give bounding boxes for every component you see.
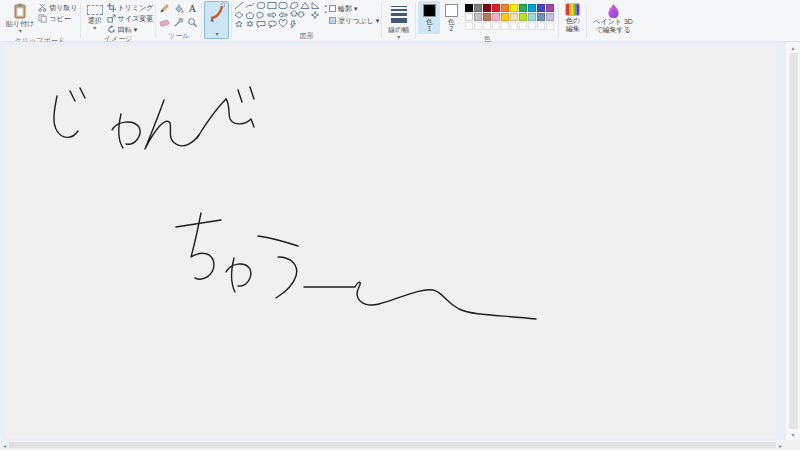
- color2-button[interactable]: 色 2: [440, 1, 462, 34]
- edit-colors-label-line2: 編集: [566, 25, 580, 32]
- scroll-up-icon[interactable]: ▴: [791, 44, 794, 51]
- scroll-down-icon[interactable]: ▾: [791, 431, 794, 438]
- palette-swatch-empty[interactable]: [474, 22, 482, 30]
- chevron-down-icon: ▾: [376, 17, 380, 25]
- palette-swatch[interactable]: [510, 4, 518, 12]
- palette-swatch-empty[interactable]: [492, 22, 500, 30]
- shapes-scroll[interactable]: ▴ ▾: [324, 1, 327, 16]
- resize-icon: [107, 14, 116, 23]
- crop-label: トリミング: [118, 3, 154, 13]
- palette-swatch[interactable]: [483, 13, 491, 21]
- color1-label-line1: 色: [426, 18, 433, 25]
- handwriting-stroke: [70, 91, 75, 101]
- palette-swatch[interactable]: [465, 4, 473, 12]
- palette-swatch[interactable]: [474, 4, 482, 12]
- text-tool-button[interactable]: A: [186, 2, 199, 15]
- group-tools: A: [156, 0, 201, 41]
- vertical-scroll-thumb[interactable]: [789, 53, 798, 429]
- handwriting-stroke: [80, 88, 85, 98]
- handwriting-stroke: [119, 114, 123, 148]
- eraser-icon: [159, 17, 170, 28]
- horizontal-scroll-thumb[interactable]: [9, 442, 776, 448]
- palette-swatch[interactable]: [483, 4, 491, 12]
- palette-swatch[interactable]: [546, 4, 554, 12]
- palette-swatch[interactable]: [528, 13, 536, 21]
- palette-swatch-empty[interactable]: [501, 22, 509, 30]
- scroll-left-icon[interactable]: ◂: [3, 442, 6, 449]
- chevron-down-icon: ▾: [215, 32, 218, 37]
- palette-swatch-empty[interactable]: [537, 22, 545, 30]
- eraser-tool-button[interactable]: [158, 16, 171, 29]
- handwriting-stroke: [226, 99, 254, 127]
- cut-label: 切り取り: [49, 3, 77, 13]
- scroll-right-icon[interactable]: ▸: [779, 442, 782, 449]
- line-width-button[interactable]: 線の幅 ▾: [384, 1, 413, 39]
- handwriting-stroke: [232, 258, 236, 292]
- rotate-button[interactable]: 回転 ▾: [107, 25, 154, 34]
- palette-swatch[interactable]: [546, 13, 554, 21]
- tools-group-label: ツール: [158, 31, 199, 41]
- palette-swatch-empty[interactable]: [483, 22, 491, 30]
- chevron-down-icon: ▾: [397, 35, 400, 40]
- palette-swatch-empty[interactable]: [528, 22, 536, 30]
- resize-label: サイズ変更: [118, 14, 154, 24]
- palette-swatch[interactable]: [465, 13, 473, 21]
- handwriting-stroke: [112, 122, 140, 144]
- pencil-icon: [159, 3, 170, 14]
- group-edit-colors: 色の 編集: [559, 0, 586, 41]
- shape-fill-button[interactable]: 塗りつぶし ▾: [329, 15, 379, 26]
- palette-swatch[interactable]: [519, 4, 527, 12]
- vertical-scrollbar[interactable]: ▴ ▾: [785, 42, 800, 440]
- chevron-down-icon: ▾: [324, 9, 327, 16]
- resize-button[interactable]: サイズ変更: [107, 14, 154, 23]
- select-button[interactable]: 選択 ▾: [83, 1, 107, 33]
- group-colors: 色 1 色 2 色: [416, 0, 558, 41]
- palette-swatch[interactable]: [510, 13, 518, 21]
- shape-outline-button[interactable]: 輪郭 ▾: [329, 3, 379, 14]
- drawing-canvas[interactable]: [6, 46, 776, 438]
- chevron-down-icon: ▾: [19, 29, 22, 34]
- palette-swatch-empty[interactable]: [510, 22, 518, 30]
- cut-button[interactable]: 切り取り: [38, 3, 77, 12]
- palette-swatch[interactable]: [519, 13, 527, 21]
- fill-bucket-icon: [173, 3, 184, 14]
- outline-label: 輪郭: [338, 4, 352, 14]
- palette-swatch-empty[interactable]: [546, 22, 554, 30]
- copy-button[interactable]: コピー: [38, 14, 77, 23]
- handwriting-stroke: [145, 100, 199, 149]
- chevron-down-icon: ▾: [93, 26, 96, 31]
- paint3d-button[interactable]: ペイント 3D で編集する: [589, 1, 637, 39]
- paste-button[interactable]: 貼り付け ▾: [2, 1, 38, 36]
- color1-button[interactable]: 色 1: [418, 1, 440, 34]
- brushes-button[interactable]: ▾: [204, 1, 229, 39]
- text-icon: A: [187, 3, 198, 14]
- palette-swatch[interactable]: [537, 13, 545, 21]
- group-shapes: ▴ ▾ 輪郭 ▾ 塗りつぶし ▾ 図形: [232, 0, 381, 41]
- palette-swatch[interactable]: [474, 13, 482, 21]
- scissors-icon: [38, 3, 47, 12]
- palette-swatch[interactable]: [501, 4, 509, 12]
- palette-swatch[interactable]: [492, 13, 500, 21]
- crop-button[interactable]: トリミング: [107, 3, 154, 12]
- edit-colors-button[interactable]: 色の 編集: [561, 1, 584, 39]
- pencil-tool-button[interactable]: [158, 2, 171, 15]
- fill-tool-button[interactable]: [172, 2, 185, 15]
- palette-swatch-empty[interactable]: [519, 22, 527, 30]
- magnifier-tool-button[interactable]: [186, 16, 199, 29]
- palette-swatch[interactable]: [492, 4, 500, 12]
- horizontal-scrollbar[interactable]: ◂ ▸: [0, 440, 785, 450]
- fill-icon: [329, 17, 336, 24]
- palette-swatch[interactable]: [501, 13, 509, 21]
- palette-swatch[interactable]: [528, 4, 536, 12]
- palette-swatch-empty[interactable]: [465, 22, 473, 30]
- copy-label: コピー: [49, 14, 70, 24]
- edit-colors-icon: [565, 3, 580, 16]
- group-line-width: 線の幅 ▾: [382, 0, 415, 41]
- color-picker-tool-button[interactable]: [172, 16, 185, 29]
- copy-icon: [38, 14, 47, 23]
- group-brushes: ▾: [202, 0, 231, 41]
- shapes-gallery[interactable]: [234, 1, 322, 28]
- color1-label-line2: 1: [428, 25, 432, 32]
- handwriting-stroke: [276, 257, 297, 298]
- palette-swatch[interactable]: [537, 4, 545, 12]
